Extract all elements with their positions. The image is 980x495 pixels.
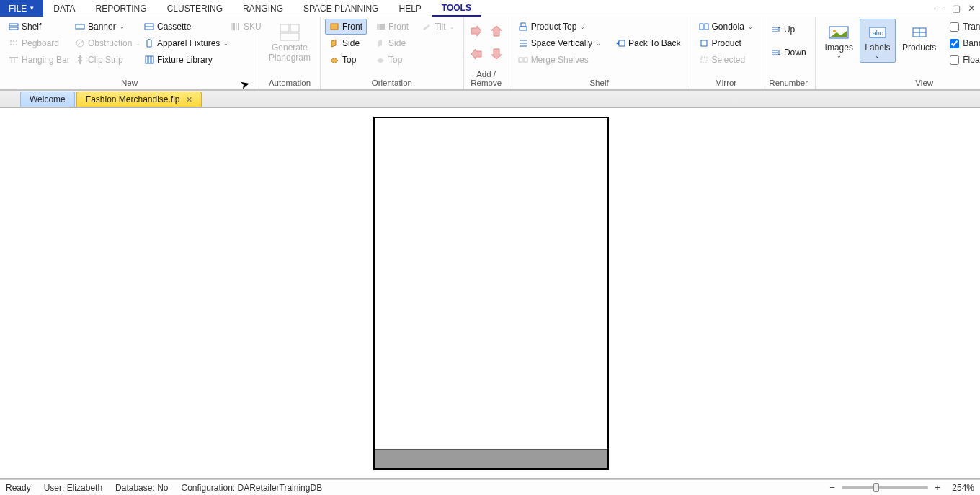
planogram-icon <box>278 22 301 43</box>
svg-rect-1 <box>9 27 18 30</box>
zoom-in-button[interactable]: + <box>932 482 943 493</box>
svg-rect-15 <box>78 57 82 58</box>
products-icon <box>908 22 931 43</box>
group-label-addremove: Add / Remove <box>468 68 504 89</box>
status-config: Configuration: DARetailerTrainingDB <box>181 483 322 493</box>
caret-down-icon: ▼ <box>29 5 35 12</box>
floating-status-checkbox[interactable]: Floating Status <box>947 52 980 68</box>
svg-rect-43 <box>701 57 707 63</box>
planogram-base <box>375 449 607 468</box>
file-menu[interactable]: FILE ▼ <box>0 0 43 17</box>
product-icon <box>699 38 709 48</box>
svg-rect-38 <box>524 58 527 62</box>
pegboard-icon <box>9 38 19 48</box>
merge-shelves-button[interactable]: Merge Shelves <box>514 52 605 68</box>
space-vertically-button[interactable]: Space Vertically ⌄ <box>514 35 605 51</box>
caret-down-icon: ⌄ <box>120 24 125 30</box>
orient-front2-button[interactable]: Front <box>371 19 413 35</box>
minimize-icon[interactable]: ― <box>935 3 945 14</box>
caret-down-icon: ⌄ <box>580 24 585 30</box>
caret-down-icon: ⌄ <box>875 53 880 59</box>
close-icon[interactable]: ✕ <box>968 3 976 14</box>
orient-front-button[interactable]: Front <box>325 19 367 35</box>
cassette-icon <box>144 22 154 32</box>
side-icon <box>329 38 339 48</box>
orient-top-button[interactable]: Top <box>325 52 367 68</box>
product-top-icon <box>518 22 528 32</box>
zoom-out-button[interactable]: − <box>827 482 837 493</box>
menu-clustering[interactable]: CLUSTERING <box>157 0 233 17</box>
svg-rect-0 <box>9 24 18 26</box>
menu-ranging[interactable]: RANGING <box>233 0 293 17</box>
add-up-button[interactable] <box>489 23 504 39</box>
obstruction-button[interactable]: Obstruction ⌄ <box>71 35 140 51</box>
banners-checkbox[interactable]: Banners <box>947 35 980 51</box>
space-vert-icon <box>518 38 528 48</box>
svg-rect-11 <box>76 24 84 29</box>
svg-rect-39 <box>619 40 625 46</box>
svg-point-51 <box>833 30 836 32</box>
renumber-up-button[interactable]: Up <box>767 22 811 37</box>
view-images-button[interactable]: Images ⌄ <box>820 19 858 63</box>
gondola-icon <box>699 22 709 32</box>
group-label-shelf: Shelf <box>514 77 685 89</box>
svg-point-6 <box>13 44 14 45</box>
images-icon <box>827 22 850 43</box>
tab-file[interactable]: Fashion Merchandise.flp ✕ <box>76 92 202 107</box>
front2-icon <box>375 22 386 32</box>
transparent-labels-checkbox[interactable]: Transparent Lab <box>947 19 980 35</box>
product-top-button[interactable]: Product Top ⌄ <box>514 19 605 35</box>
merge-icon <box>518 55 528 65</box>
menu-space-planning[interactable]: SPACE PLANNING <box>293 0 388 17</box>
add-right-button[interactable] <box>468 23 484 39</box>
menu-data[interactable]: DATA <box>43 0 85 17</box>
menu-help[interactable]: HELP <box>388 0 431 17</box>
add-down-button[interactable] <box>489 46 504 62</box>
svg-point-3 <box>13 40 14 42</box>
pack-back-icon <box>615 38 625 48</box>
renumber-down-button[interactable]: Down <box>767 45 811 61</box>
canvas[interactable] <box>0 108 980 479</box>
banner-button[interactable]: Banner ⌄ <box>71 19 140 35</box>
generate-planogram-button[interactable]: Generate Planogram <box>264 19 316 66</box>
group-label-new: New <box>4 77 254 89</box>
clip-strip-icon <box>75 55 85 65</box>
hanging-bar-button[interactable]: Hanging Bar <box>4 52 71 68</box>
list-up-icon <box>771 24 781 35</box>
mirror-product-button[interactable]: Product <box>695 35 757 51</box>
group-label-mirror: Mirror <box>695 77 757 89</box>
apparel-icon <box>144 38 154 48</box>
planogram-frame[interactable] <box>373 117 609 470</box>
pegboard-button[interactable]: Pegboard <box>4 35 71 51</box>
apparel-fixtures-button[interactable]: Apparel Fixtures ⌄ <box>140 35 226 51</box>
orient-side-button[interactable]: Side <box>325 35 367 51</box>
view-labels-button[interactable]: abc Labels ⌄ <box>860 19 896 63</box>
orient-side2-button[interactable]: Side <box>371 35 413 51</box>
svg-rect-19 <box>146 56 148 63</box>
shelf-button[interactable]: Shelf <box>4 19 71 35</box>
tab-close-icon[interactable]: ✕ <box>186 95 192 104</box>
clip-strip-button[interactable]: Clip Strip <box>71 52 140 68</box>
add-left-button[interactable] <box>468 46 484 62</box>
tilt-button[interactable]: Tilt ⌄ <box>417 19 459 35</box>
orient-top2-button[interactable]: Top <box>371 52 413 68</box>
mirror-gondola-button[interactable]: Gondola ⌄ <box>695 19 757 35</box>
zoom-slider[interactable] <box>842 486 928 489</box>
labels-icon: abc <box>866 22 889 43</box>
mirror-selected-button[interactable]: Selected <box>695 52 757 68</box>
svg-point-2 <box>10 40 12 42</box>
cassette-button[interactable]: Cassette <box>140 19 226 35</box>
pack-to-back-button[interactable]: Pack To Back <box>611 35 685 51</box>
status-database: Database: No <box>115 483 168 493</box>
menu-tools[interactable]: TOOLS <box>432 0 481 17</box>
maximize-icon[interactable]: ▢ <box>952 3 961 14</box>
menu-reporting[interactable]: REPORTING <box>86 0 157 17</box>
view-products-button[interactable]: Products <box>897 19 941 56</box>
fixture-library-button[interactable]: Fixture Library <box>140 52 226 68</box>
shelf-icon <box>9 22 19 32</box>
front-icon <box>329 22 339 32</box>
caret-down-icon: ⌄ <box>596 40 601 47</box>
tab-welcome[interactable]: Welcome <box>20 92 75 107</box>
svg-line-13 <box>77 41 83 45</box>
sku-button[interactable]: SKU <box>226 19 259 35</box>
